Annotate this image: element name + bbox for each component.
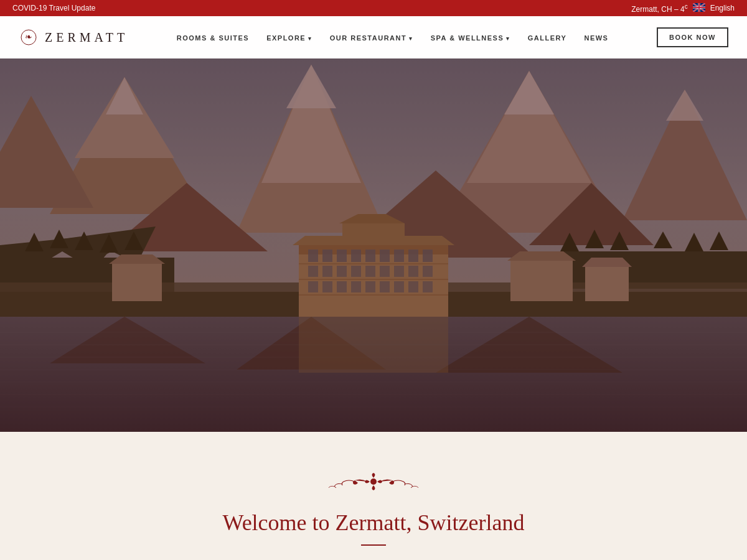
language-label[interactable]: English bbox=[710, 4, 735, 12]
welcome-title: Welcome to Zermatt, Switzerland bbox=[12, 510, 735, 536]
top-bar: COVID-19 Travel Update Zermatt, CH – 4c … bbox=[0, 0, 747, 16]
nav-item-restaurant[interactable]: OUR RESTAURANT bbox=[330, 32, 413, 43]
nav-link-rooms[interactable]: ROOMS & SUITES bbox=[177, 34, 249, 42]
nav-item-rooms[interactable]: ROOMS & SUITES bbox=[177, 32, 249, 43]
hero-section bbox=[0, 58, 747, 432]
nav-link-explore[interactable]: EXPLORE bbox=[266, 34, 312, 42]
nav-links: ROOMS & SUITES EXPLORE OUR RESTAURANT SP… bbox=[177, 32, 609, 43]
navbar: ❧ ZERMATT ROOMS & SUITES EXPLORE OUR RES… bbox=[0, 16, 747, 58]
svg-text:❧: ❧ bbox=[25, 32, 32, 42]
content-section: Welcome to Zermatt, Switzerland The name… bbox=[0, 432, 747, 560]
book-now-button[interactable]: BOOK NOW bbox=[657, 27, 728, 47]
covid-alert[interactable]: COVID-19 Travel Update bbox=[12, 4, 95, 12]
logo-text: ZERMATT bbox=[45, 30, 128, 45]
nav-link-spa[interactable]: SPA & WELLNESS bbox=[431, 34, 510, 42]
nav-item-spa[interactable]: SPA & WELLNESS bbox=[431, 32, 510, 43]
flag-icon bbox=[693, 3, 705, 14]
nav-item-news[interactable]: NEWS bbox=[584, 32, 608, 43]
nav-link-restaurant[interactable]: OUR RESTAURANT bbox=[330, 34, 413, 42]
top-bar-right: Zermatt, CH – 4c English bbox=[631, 3, 735, 14]
logo-area[interactable]: ❧ ZERMATT bbox=[19, 27, 128, 47]
nav-link-news[interactable]: NEWS bbox=[584, 34, 608, 42]
nav-link-gallery[interactable]: GALLERY bbox=[528, 34, 567, 42]
svg-rect-97 bbox=[0, 58, 747, 432]
ornament-divider bbox=[12, 469, 735, 497]
logo-emblem-icon: ❧ bbox=[19, 27, 39, 47]
svg-point-98 bbox=[370, 478, 377, 485]
title-divider bbox=[361, 544, 386, 546]
nav-item-gallery[interactable]: GALLERY bbox=[528, 32, 567, 43]
location-temp: Zermatt, CH – 4c bbox=[631, 3, 687, 14]
hero-image bbox=[0, 58, 747, 432]
nav-item-explore[interactable]: EXPLORE bbox=[266, 32, 312, 43]
